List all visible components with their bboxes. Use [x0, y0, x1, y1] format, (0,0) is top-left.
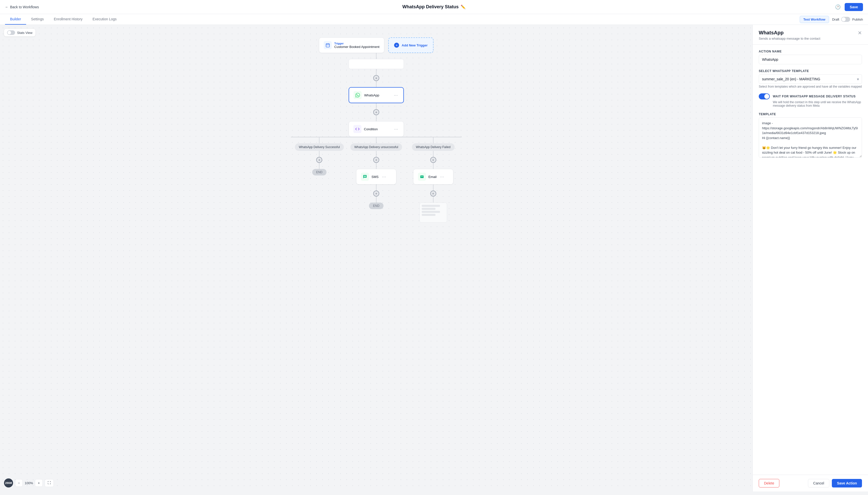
- branch-v-3c: [433, 163, 434, 169]
- cancel-button[interactable]: Cancel: [808, 479, 830, 488]
- action-name-input[interactable]: [759, 55, 862, 64]
- whatsapp-label-group: WhatsApp: [364, 93, 390, 97]
- whatsapp-node-label: WhatsApp: [364, 93, 390, 97]
- template-select[interactable]: summer_sale_20 (en) - MARKETING: [759, 74, 862, 84]
- branch-successful[interactable]: WhatsApp Delivery Successful: [295, 143, 344, 151]
- stats-toggle[interactable]: Stats View: [4, 29, 35, 36]
- footer-right: Cancel Save Action: [808, 479, 862, 488]
- save-action-button[interactable]: Save Action: [832, 479, 862, 488]
- add-branch-3[interactable]: +: [430, 157, 436, 163]
- trigger-node[interactable]: Trigger Customer Booked Appointment: [319, 37, 384, 53]
- whatsapp-node[interactable]: WhatsApp ⋯: [349, 87, 404, 103]
- end-node-1: END: [312, 169, 327, 175]
- condition-label-group: Condition: [364, 127, 390, 131]
- branch-v-3d: [433, 185, 434, 190]
- add-branch-3b[interactable]: +: [430, 190, 436, 197]
- page-title-group: WhatsApp Delivery Status ✏️: [402, 4, 466, 10]
- condition-icon: [353, 125, 362, 133]
- nav-tabs-right: Test Workflow Draft Publish: [800, 16, 863, 23]
- trigger-label-group: Trigger Customer Booked Appointment: [334, 42, 380, 49]
- branch-col-2: WhatsApp Delivery unsuccessful + SMS ⋯: [348, 137, 405, 209]
- branch-v-2b: [376, 151, 377, 157]
- stats-view-toggle[interactable]: [7, 30, 15, 35]
- add-step-1[interactable]: +: [373, 75, 379, 81]
- condition-more-menu[interactable]: ⋯: [393, 126, 399, 132]
- tab-builder[interactable]: Builder: [5, 14, 26, 24]
- zoom-out-button[interactable]: −: [15, 479, 22, 487]
- wait-toggle-hint: We will hold the contact in this step un…: [773, 100, 862, 107]
- back-label: Back to Workflows: [10, 5, 39, 9]
- test-workflow-button[interactable]: Test Workflow: [800, 16, 829, 23]
- branch-v-3e: [433, 197, 434, 203]
- add-step-2[interactable]: +: [373, 109, 379, 115]
- branch-col-1: WhatsApp Delivery Successful + END: [291, 137, 348, 175]
- branch-v-1c: [319, 163, 319, 169]
- connector-line-2: [376, 69, 377, 75]
- tab-enrollment-history[interactable]: Enrollment History: [49, 14, 87, 24]
- workflow-canvas[interactable]: Stats View Trigger Customer Booked Appoi…: [0, 25, 752, 492]
- right-panel: WhatsApp Sends a whatsapp message to the…: [752, 25, 868, 492]
- zoom-in-button[interactable]: +: [35, 479, 43, 487]
- branch-spread: WhatsApp Delivery Successful + END Whats…: [291, 137, 462, 223]
- panel-subtitle: Sends a whatsapp message to the contact: [759, 37, 820, 40]
- email-icon: [418, 173, 426, 181]
- trigger-icon: [324, 41, 332, 49]
- thumb-line-3: [422, 211, 440, 213]
- branch-v-2e: [376, 197, 377, 203]
- branch-failed[interactable]: WhatsApp Delivery Failed: [412, 143, 455, 151]
- panel-close-button[interactable]: ✕: [858, 30, 862, 36]
- template-preview-field: Template image - https://storage.googlea…: [759, 113, 862, 159]
- branch-v-2d: [376, 185, 377, 190]
- delete-button[interactable]: Delete: [759, 479, 779, 488]
- trigger-row: Trigger Customer Booked Appointment + Ad…: [319, 37, 434, 53]
- trigger-sublabel: Trigger: [334, 42, 380, 45]
- draft-label: Draft: [832, 18, 839, 21]
- add-branch-1[interactable]: +: [316, 157, 322, 163]
- add-trigger-label: Add New Trigger: [402, 44, 428, 47]
- whatsapp-more-menu[interactable]: ⋯: [393, 92, 399, 98]
- fit-screen-button[interactable]: [45, 479, 54, 487]
- tab-settings[interactable]: Settings: [26, 14, 49, 24]
- template-select-wrapper: summer_sale_20 (en) - MARKETING ▾: [759, 74, 862, 84]
- wait-toggle-field: WAIT FOR WHATSAPP MESSAGE DELIVERY STATU…: [759, 93, 862, 107]
- email-more-menu[interactable]: ⋯: [439, 174, 445, 180]
- thumb-line-4: [422, 214, 435, 216]
- email-node[interactable]: Email ⋯: [413, 169, 453, 185]
- wait-toggle[interactable]: [759, 93, 770, 99]
- condition-node[interactable]: Condition ⋯: [349, 121, 404, 137]
- sms-node[interactable]: SMS ⋯: [356, 169, 396, 185]
- history-icon-button[interactable]: 🕐: [834, 3, 841, 11]
- end-node-2: END: [369, 203, 383, 209]
- top-bar-right: 🕐 Save: [834, 3, 863, 11]
- template-content[interactable]: image - https://storage.googleapis.com/m…: [759, 118, 862, 158]
- branch-v-1: [319, 137, 319, 143]
- back-button[interactable]: ← Back to Workflows: [5, 5, 39, 9]
- template-preview-label: Template: [759, 113, 862, 116]
- back-arrow-icon: ←: [5, 5, 9, 9]
- panel-body: ACTION NAME SELECT WHATSAPP TEMPLATE sum…: [753, 45, 868, 475]
- sms-more-menu[interactable]: ⋯: [381, 174, 387, 180]
- branch-unsuccessful[interactable]: WhatsApp Delivery unsuccessful: [350, 143, 402, 151]
- action-name-field: ACTION NAME: [759, 50, 862, 64]
- whatsapp-icon: [354, 91, 362, 99]
- add-trigger-node[interactable]: + Add New Trigger: [388, 37, 434, 53]
- connector-line-1: [376, 53, 377, 59]
- template-select-field: SELECT WHATSAPP TEMPLATE summer_sale_20 …: [759, 69, 862, 88]
- add-branch-2[interactable]: +: [373, 157, 379, 163]
- svg-rect-0: [326, 44, 330, 47]
- sms-icon: [361, 173, 369, 181]
- edit-title-icon[interactable]: ✏️: [461, 4, 466, 9]
- sms-label: SMS: [371, 175, 379, 179]
- tab-execution-logs[interactable]: Execution Logs: [88, 14, 122, 24]
- branch-v-3: [433, 137, 434, 143]
- add-branch-2b[interactable]: +: [373, 190, 379, 197]
- publish-label: Publish: [852, 18, 863, 21]
- empty-node[interactable]: [349, 59, 404, 69]
- template-hint: Select from templates which are approved…: [759, 85, 862, 88]
- panel-header-row: WhatsApp Sends a whatsapp message to the…: [759, 30, 862, 45]
- add-trigger-plus-icon: +: [394, 43, 399, 48]
- save-button[interactable]: Save: [845, 3, 863, 11]
- branch-v-2: [376, 137, 377, 143]
- publish-toggle[interactable]: [841, 17, 850, 22]
- template-select-label: SELECT WHATSAPP TEMPLATE: [759, 69, 862, 73]
